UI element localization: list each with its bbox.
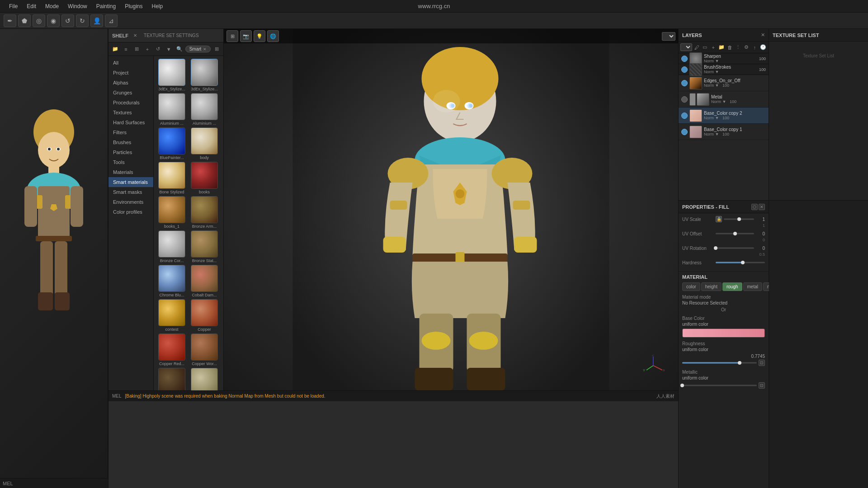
shelf-item-13[interactable]: Cobalt Dam... (189, 265, 220, 297)
shelf-item-6[interactable]: Bone Stylized (156, 162, 187, 194)
mat-tab-metal[interactable]: metal (743, 282, 762, 291)
menu-window[interactable]: Window (63, 1, 92, 11)
shelf-item-3[interactable]: Aluminium ... (189, 93, 220, 126)
vt-light-btn[interactable]: 💡 (254, 30, 265, 42)
uv-scale-slider[interactable] (724, 216, 754, 222)
mat-tab-color[interactable]: color (682, 282, 700, 291)
shelf-list-btn[interactable]: ≡ (121, 44, 131, 54)
edges-layer[interactable]: Edges_On_or_Off Norm ▼ 100 (679, 75, 769, 91)
shelf-nav-alphas[interactable]: Alphas (108, 78, 153, 88)
mat-tab-rough[interactable]: rough (722, 282, 742, 291)
layer-history[interactable]: 🕐 (760, 43, 767, 52)
shelf-close-btn[interactable]: ✕ (132, 33, 138, 39)
shelf-item-5[interactable]: body (189, 127, 220, 160)
metallic-icon-btn[interactable]: ⊡ (759, 382, 765, 389)
shelf-nav-textures[interactable]: Textures (108, 108, 153, 117)
shelf-search-btn[interactable]: 🔍 (175, 44, 184, 54)
shelf-item-19[interactable]: Dirty_Plasct... (189, 368, 220, 390)
tool-btn-3[interactable]: ◎ (33, 14, 45, 27)
shelf-nav-brushes[interactable]: Brushes (108, 137, 153, 147)
shelf-nav-environments[interactable]: Environments (108, 197, 153, 207)
roughness-thumb[interactable] (738, 361, 741, 365)
shelf-nav-grunges[interactable]: Grunges (108, 88, 153, 98)
shelf-item-1[interactable]: 3dEx_Stylize... (189, 59, 220, 91)
shelf-nav-particles[interactable]: Particles (108, 147, 153, 157)
shelf-nav-tools[interactable]: Tools (108, 157, 153, 167)
sharpen-vis[interactable] (681, 56, 688, 62)
shelf-tab-label[interactable]: SHELF (112, 33, 128, 38)
shelf-item-16[interactable]: Copper Red... (156, 333, 187, 366)
menu-mode[interactable]: Mode (41, 1, 63, 11)
shelf-item-7[interactable]: books (189, 162, 220, 194)
layer-add-paint[interactable]: 🖊 (693, 43, 700, 52)
shelf-nav-materials[interactable]: Materials (108, 167, 153, 177)
menu-painting[interactable]: Painting (92, 1, 120, 11)
shelf-item-9[interactable]: Bronze Arm... (189, 196, 220, 229)
shelf-item-15[interactable]: Copper (189, 299, 220, 332)
edges-vis[interactable] (681, 80, 688, 86)
menu-plugins[interactable]: Plugins (120, 1, 147, 11)
roughness-icon-btn[interactable]: ⊡ (759, 360, 765, 366)
shelf-nav-smart-masks[interactable]: Smart masks (108, 187, 153, 197)
shelf-nav-hard-surfaces[interactable]: Hard Surfaces (108, 117, 153, 127)
tool-btn-1[interactable]: ✒ (4, 14, 16, 27)
shelf-view-toggle[interactable]: ⊞ (212, 44, 222, 54)
prop-expand-btn[interactable]: ⬡ (751, 204, 758, 210)
shelf-item-4[interactable]: BluePainter... (156, 127, 187, 160)
basecolor1-layer[interactable]: Base_Color copy 1 Norm ▼ 100 (679, 124, 769, 140)
layer-delete-btn[interactable]: 🗑 (726, 43, 733, 52)
layer-options[interactable]: ⋮ (735, 43, 742, 52)
layer-group-btn[interactable]: 📁 (718, 43, 725, 52)
base-color-swatch[interactable] (682, 328, 765, 338)
vt-camera-btn[interactable]: 📷 (240, 30, 252, 42)
menu-file[interactable]: File (5, 1, 22, 11)
shelf-nav-filters[interactable]: Filters (108, 127, 153, 137)
uv-scale-lock[interactable]: 🔒 (716, 216, 722, 222)
shelf-item-11[interactable]: Bronze Stat... (189, 230, 220, 263)
vt-env-btn[interactable]: 🌐 (267, 30, 279, 42)
tool-btn-4[interactable]: ◉ (47, 14, 60, 27)
filter-tag-close[interactable]: ✕ (203, 47, 207, 52)
layer-add-btn[interactable]: + (710, 43, 717, 52)
tool-btn-8[interactable]: ⊿ (105, 14, 118, 27)
hardness-thumb[interactable] (741, 261, 745, 264)
uv-rotation-thumb[interactable] (714, 246, 717, 250)
uv-rotation-slider[interactable] (716, 245, 754, 251)
shelf-item-18[interactable]: Dirt (156, 368, 187, 390)
mat-tab-height[interactable]: height (701, 282, 722, 291)
metallic-slider[interactable] (682, 382, 757, 389)
shelf-filter-tag[interactable]: Smart ✕ (185, 46, 211, 52)
vt-mode-btn[interactable]: ⊞ (226, 30, 238, 42)
shelf-nav-smart-materials[interactable]: Smart materials (108, 177, 153, 187)
uv-offset-thumb[interactable] (733, 232, 737, 235)
basecolor2-vis[interactable] (681, 113, 688, 119)
shelf-nav-all[interactable]: All (108, 58, 153, 68)
shelf-folder-btn[interactable]: 📁 (110, 44, 120, 54)
layer-export[interactable]: ↑ (751, 43, 758, 52)
shelf-nav-procedurals[interactable]: Procedurals (108, 98, 153, 108)
shelf-grid-btn[interactable]: ⊞ (132, 44, 142, 54)
tool-btn-7[interactable]: 👤 (90, 14, 103, 27)
shelf-item-14[interactable]: contest (156, 299, 187, 332)
shelf-item-2[interactable]: Aluminium ... (156, 93, 187, 126)
metal-vis[interactable] (681, 96, 688, 103)
layer-more-options[interactable]: ⚙ (743, 43, 750, 52)
brushstrokes-vis[interactable] (681, 66, 688, 73)
metallic-thumb[interactable] (680, 384, 684, 387)
metal-layer[interactable]: Metal Norm ▼ 100 (679, 91, 769, 108)
hardness-slider[interactable] (716, 259, 765, 266)
shelf-nav-color-profiles[interactable]: Color profiles (108, 207, 153, 217)
tool-btn-2[interactable]: ⬟ (18, 14, 31, 27)
layer-dropdown[interactable]: Base Col (680, 43, 692, 51)
basecolor1-vis[interactable] (681, 129, 688, 135)
menu-help[interactable]: Help (147, 1, 167, 11)
shelf-nav-project[interactable]: Project (108, 68, 153, 78)
texture-set-settings-tab[interactable]: TEXTURE SET SETTINGS (144, 33, 199, 38)
layer-add-fill[interactable]: ▭ (701, 43, 708, 52)
shelf-filter-btn[interactable]: ▼ (164, 44, 174, 54)
shelf-item-0[interactable]: 3dEx_Stylize... (156, 59, 187, 91)
roughness-slider[interactable] (682, 360, 757, 366)
shelf-refresh-btn[interactable]: ↺ (153, 44, 163, 54)
shelf-item-17[interactable]: Copper Wor... (189, 333, 220, 366)
basecolor2-layer[interactable]: Base_Color copy 2 Norm ▼ 100 (679, 108, 769, 124)
